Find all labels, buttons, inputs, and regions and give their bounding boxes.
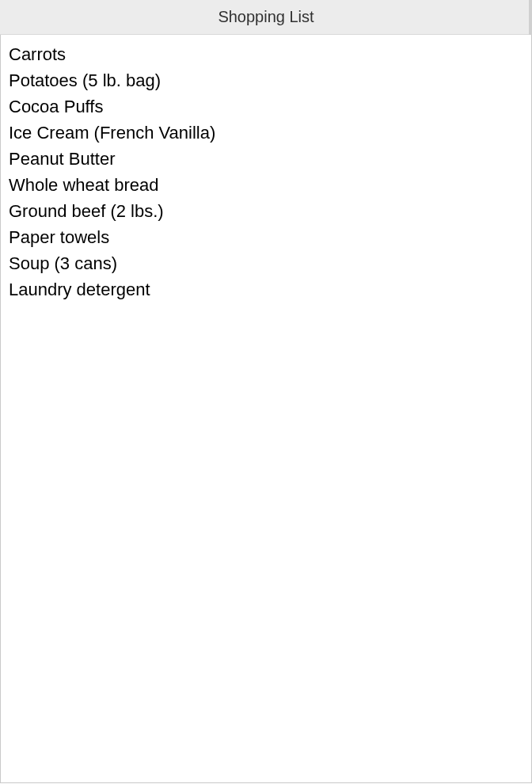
list-item: Whole wheat bread [9, 172, 523, 198]
scrollbar-hint [529, 0, 532, 35]
list-item: Ice Cream (French Vanilla) [9, 120, 523, 146]
title-bar: Shopping List [0, 0, 532, 35]
list-content[interactable]: Carrots Potatoes (5 lb. bag) Cocoa Puffs… [0, 35, 532, 783]
list-item: Potatoes (5 lb. bag) [9, 67, 523, 93]
list-item: Peanut Butter [9, 146, 523, 172]
list-item: Carrots [9, 41, 523, 67]
list-item: Laundry detergent [9, 276, 523, 303]
list-item: Cocoa Puffs [9, 93, 523, 120]
list-item: Paper towels [9, 224, 523, 250]
list-item: Soup (3 cans) [9, 250, 523, 276]
list-item: Ground beef (2 lbs.) [9, 198, 523, 224]
window-title: Shopping List [218, 8, 314, 26]
